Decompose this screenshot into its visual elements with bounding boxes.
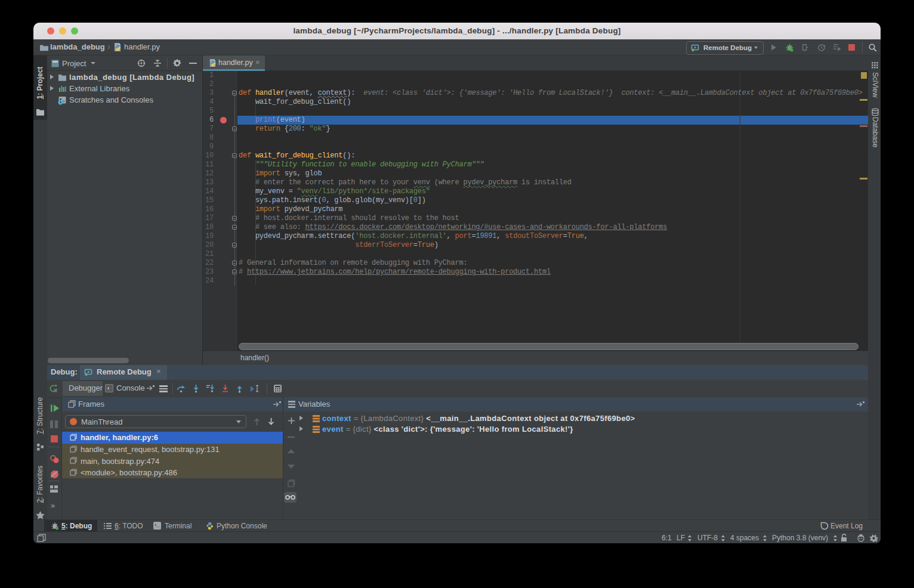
svg-text:?: ? <box>876 539 878 543</box>
